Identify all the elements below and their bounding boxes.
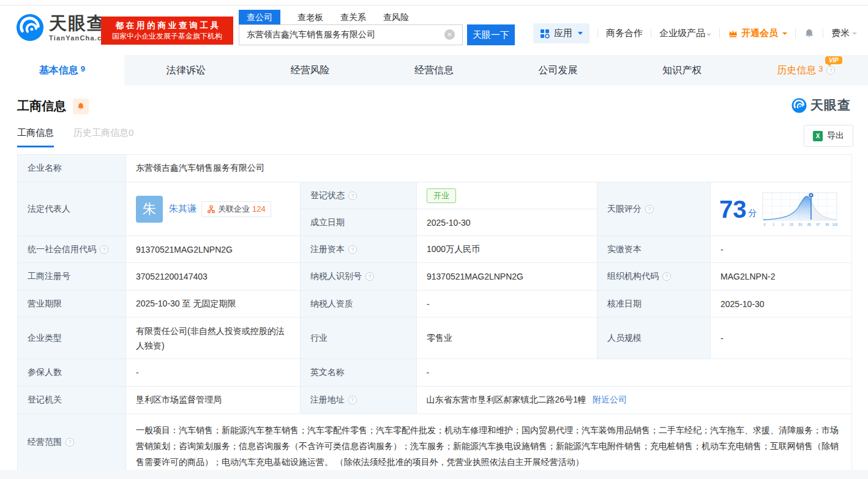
help-icon[interactable] (826, 66, 835, 75)
row-insured-count: 参保人数 - 英文名称 - (18, 359, 852, 387)
cooperation-link[interactable]: 商务合作 (606, 28, 643, 39)
row-reg-authority: 登记机关 垦利区市场监督管理局 注册地址 山东省东营市垦利区郝家镇北二路26号1… (18, 387, 852, 414)
divider (719, 29, 720, 38)
monitor-bell-button[interactable] (73, 98, 89, 114)
reg-authority-label: 登记机关 (18, 387, 126, 414)
section-header: 工商信息 (17, 98, 89, 114)
subtab-business-info[interactable]: 工商信息 (17, 127, 54, 147)
score-number: 73 (719, 197, 747, 221)
reg-status-label: 登记状态 (301, 182, 417, 209)
enterprise-products-menu[interactable]: 企业级产品 (659, 28, 711, 39)
chevron-down-icon (852, 32, 857, 35)
legal-rep-label: 法定代表人 (18, 182, 126, 236)
help-icon[interactable] (645, 205, 654, 214)
search-input[interactable] (239, 24, 463, 45)
row-company-name: 企业名称 东营领吉鑫汽车销售服务有限公司 (18, 155, 852, 182)
help-icon[interactable] (662, 272, 671, 281)
chevron-down-icon (706, 34, 711, 36)
divider (795, 29, 796, 38)
subtab-history-business-info[interactable]: 历史工商信息0 (73, 127, 133, 147)
help-icon[interactable] (100, 245, 108, 254)
company-name-value: 东营领吉鑫汽车销售服务有限公司 (126, 155, 852, 182)
notifications-bell-icon[interactable] (804, 28, 815, 39)
search-tab-company[interactable]: 查公司 (239, 10, 280, 26)
search-type-tabs: 查公司 查老板 查关系 查风险 (239, 10, 409, 26)
tianyancha-company-page: 天眼查 TianYanCha.com 都 在 用 的 商 业 查 询 工 具 国… (0, 0, 868, 479)
svg-text:0: 0 (763, 223, 765, 226)
taxpayer-quality-label: 纳税人资质 (301, 291, 417, 317)
tab-intellectual-property[interactable]: 知识产权 (620, 55, 744, 86)
establish-date-value: 2025-10-30 (417, 209, 597, 236)
taxpayer-id-value: 91370521MAG2LNPN2G (417, 263, 597, 291)
score-distribution-chart: 0 1 3 15 50 85 97 99 100 (762, 192, 838, 228)
divider (651, 29, 651, 38)
score-label: 天眼评分 (597, 182, 711, 236)
search-clear-icon[interactable] (444, 29, 455, 40)
search-tab-boss[interactable]: 查老板 (297, 12, 323, 23)
header-right-nav: 应用 商务合作 企业级产品 开通会员 费米 (533, 23, 857, 43)
open-vip-menu[interactable]: 开通会员 (728, 28, 787, 39)
row-reg-status: 登记状态 开业 (301, 182, 597, 209)
tab-basic-info[interactable]: 基本信息9 (0, 55, 124, 86)
help-icon[interactable] (348, 191, 357, 200)
score-unit: 分 (749, 208, 757, 219)
taxpayer-id-label: 纳税人识别号 (301, 263, 417, 291)
english-name-label: 英文名称 (301, 359, 417, 387)
divider (823, 29, 823, 38)
slogan-line1: 都 在 用 的 商 业 查 询 工 具 (102, 20, 232, 31)
legal-rep-avatar[interactable]: 朱 (136, 196, 163, 223)
reg-authority-value: 垦利区市场监督管理局 (126, 387, 301, 414)
search-button[interactable]: 天眼一下 (467, 24, 515, 45)
search-tab-relation[interactable]: 查关系 (340, 12, 366, 23)
tab-history-info[interactable]: VIP 历史信息 3 (744, 55, 868, 86)
taxpayer-quality-value: - (417, 291, 597, 317)
help-icon[interactable] (348, 396, 357, 404)
user-menu[interactable]: 费米 (831, 28, 857, 39)
row-business-term: 营业期限 2025-10-30 至 无固定期限 纳税人资质 - 核准日期 202… (18, 291, 852, 317)
insured-count-value: - (126, 359, 301, 387)
paid-capital-value: - (711, 236, 852, 263)
score-axis-labels: 0 1 3 15 50 85 97 99 100 (763, 223, 837, 226)
business-term-label: 营业期限 (18, 291, 126, 317)
divider (597, 29, 598, 38)
approval-date-value: 2025-10-30 (711, 291, 852, 317)
legal-rep-value: 朱 朱其谦 关联企业 124 (126, 182, 301, 236)
svg-text:97: 97 (816, 223, 820, 226)
reg-capital-label: 注册资本 (301, 236, 417, 263)
tianyancha-logo[interactable]: 天眼查 TianYanCha.com (16, 13, 113, 42)
tab-legal-litigation[interactable]: 法律诉讼 (124, 55, 249, 86)
chevron-down-icon (782, 32, 787, 35)
search-tab-risk[interactable]: 查风险 (383, 12, 409, 23)
top-divider (0, 5, 868, 6)
industry-label: 行业 (301, 317, 417, 359)
related-companies-badge[interactable]: 关联企业 124 (201, 201, 271, 217)
tab-operation-risk[interactable]: 经营风险 (248, 55, 372, 86)
company-type-label: 企业类型 (18, 317, 126, 359)
svg-text:99: 99 (825, 223, 829, 226)
legal-rep-name-link[interactable]: 朱其谦 (169, 203, 196, 215)
tab-operation-info[interactable]: 经营信息 (372, 55, 496, 86)
username: 费米 (831, 28, 850, 39)
svg-text:15: 15 (789, 223, 793, 226)
english-name-value: - (417, 359, 852, 387)
reg-number-value: 370521200147403 (126, 263, 301, 291)
svg-text:3: 3 (781, 223, 783, 226)
tab-count: 9 (81, 64, 85, 73)
nearby-companies-link[interactable]: 附近公司 (593, 395, 627, 406)
tab-company-development[interactable]: 公司发展 (496, 55, 620, 86)
help-icon[interactable] (348, 245, 357, 254)
company-name-label: 企业名称 (18, 155, 126, 182)
help-icon[interactable] (365, 272, 374, 281)
apps-menu[interactable]: 应用 (533, 23, 589, 43)
row-credit-code: 统一社会信用代码 91370521MAG2LNPN2G 注册资本 1000万人民… (18, 236, 852, 263)
company-type-value: 有限责任公司(非自然人投资或控股的法人独资) (126, 317, 301, 359)
apps-grid-icon (540, 29, 550, 39)
watermark-logo: 天眼查 (791, 97, 851, 114)
score-value: 73 分 (711, 182, 852, 236)
chevron-down-icon (578, 32, 583, 35)
export-button[interactable]: 导出 (804, 125, 853, 147)
company-section-tabs: 基本信息9 法律诉讼 经营风险 经营信息 公司发展 知识产权 VIP 历史信息 … (0, 55, 868, 86)
approval-date-label: 核准日期 (597, 291, 711, 317)
help-icon[interactable] (65, 438, 74, 447)
watermark-text: 天眼查 (810, 97, 851, 114)
